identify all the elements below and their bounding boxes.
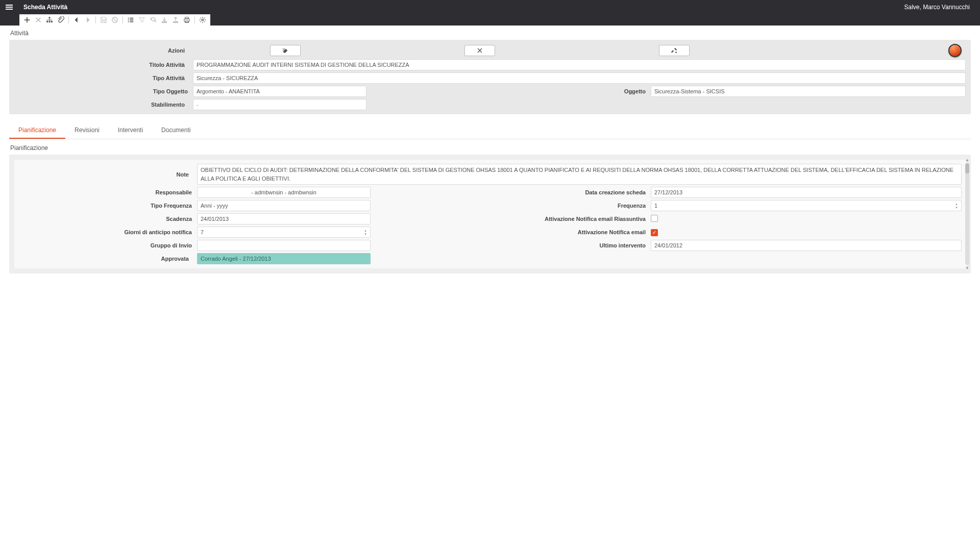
separator bbox=[122, 16, 123, 23]
print-icon[interactable] bbox=[181, 14, 192, 26]
scadenza-field[interactable]: 24/01/2013 bbox=[197, 213, 371, 224]
gruppo-invio-field[interactable] bbox=[197, 240, 371, 251]
scroll-down-icon[interactable]: ▼ bbox=[965, 266, 969, 270]
label-notif-riassuntiva: Attivazione Notifica email Riassuntiva bbox=[493, 216, 646, 222]
notifica-email-checkbox[interactable] bbox=[651, 229, 658, 236]
responsabile-field[interactable]: - admbwnsin - admbwnsin bbox=[197, 187, 371, 198]
tab-pianificazione[interactable]: Pianificazione bbox=[9, 121, 65, 139]
label-tipo-oggetto: Tipo Oggetto bbox=[14, 88, 188, 94]
label-ultimo-intervento: Ultimo intervento bbox=[493, 242, 646, 248]
cancel-icon[interactable] bbox=[109, 14, 120, 26]
toolbar bbox=[19, 14, 210, 26]
titlebar: Scheda Attività Salve, Marco Vannucchi bbox=[0, 0, 980, 14]
settings-icon[interactable] bbox=[197, 14, 208, 26]
label-frequenza: Frequenza bbox=[493, 203, 646, 209]
approvata-field: Corrado Angeli - 27/12/2013 bbox=[197, 253, 371, 264]
status-indicator bbox=[948, 44, 962, 57]
label-stabilimento: Stabilimento bbox=[14, 102, 188, 108]
window-title: Scheda Attività bbox=[23, 4, 67, 11]
oggetto-field[interactable]: Sicurezza-Sistema - SICSIS bbox=[651, 86, 966, 97]
panel-pianificazione: ▲ ▼ Note OBIETTIVO DEL CICLO DI AUDIT: D… bbox=[9, 155, 971, 273]
label-data-creazione: Data creazione scheda bbox=[493, 189, 646, 195]
data-creazione-field[interactable]: 27/12/2013 bbox=[651, 187, 962, 198]
svg-point-0 bbox=[48, 17, 51, 19]
section-title-pianificazione: Pianificazione bbox=[9, 139, 971, 155]
svg-point-5 bbox=[202, 19, 204, 21]
back-icon[interactable] bbox=[71, 14, 82, 26]
filter-icon[interactable] bbox=[136, 14, 148, 26]
separator bbox=[68, 16, 69, 23]
notifica-riassuntiva-checkbox[interactable] bbox=[651, 215, 658, 222]
label-notif-email: Attivazione Notifica email bbox=[493, 229, 646, 235]
tipo-frequenza-field[interactable]: Anni - yyyy bbox=[197, 200, 371, 211]
label-tipo-attivita: Tipo Attività bbox=[14, 75, 188, 81]
ultimo-intervento-field[interactable]: 24/01/2012 bbox=[651, 240, 962, 251]
label-note: Note bbox=[18, 171, 192, 178]
import-icon[interactable] bbox=[159, 14, 170, 26]
scrollbar[interactable]: ▲ ▼ bbox=[965, 158, 970, 270]
label-titolo: Titolo Attività bbox=[14, 62, 188, 68]
stabilimento-field[interactable]: - bbox=[193, 99, 366, 110]
tab-revisioni[interactable]: Revisioni bbox=[65, 121, 109, 139]
label-responsabile: Responsabile bbox=[18, 189, 192, 195]
export-icon[interactable] bbox=[170, 14, 181, 26]
list-icon[interactable] bbox=[125, 14, 136, 26]
menu-button[interactable] bbox=[0, 0, 18, 14]
svg-point-1 bbox=[46, 21, 48, 23]
spinner-icon[interactable]: ▲▼ bbox=[955, 203, 958, 209]
action-edit-button[interactable] bbox=[270, 45, 301, 56]
attach-icon[interactable] bbox=[55, 14, 66, 26]
plus-icon[interactable] bbox=[21, 14, 33, 26]
content-area: Attività Azioni Titolo Attività PROGRAMM… bbox=[0, 26, 980, 551]
toolbar-wrap bbox=[0, 14, 980, 26]
save-icon[interactable] bbox=[98, 14, 109, 26]
refresh-icon[interactable] bbox=[148, 14, 159, 26]
label-approvata: Approvata bbox=[18, 256, 192, 262]
tab-documenti[interactable]: Documenti bbox=[152, 121, 200, 139]
titolo-field[interactable]: PROGRAMMAZIONE AUDIT INTERNI SISTEMA DI … bbox=[193, 59, 966, 70]
close-icon[interactable] bbox=[33, 14, 44, 26]
separator bbox=[95, 16, 96, 23]
label-azioni: Azioni bbox=[14, 47, 188, 54]
label-tipo-frequenza: Tipo Frequenza bbox=[18, 203, 192, 209]
note-field[interactable]: OBIETTIVO DEL CICLO DI AUDIT: DETERMINAZ… bbox=[197, 164, 962, 185]
label-giorni-anticipo: Giorni di anticipo notifica bbox=[18, 229, 192, 235]
giorni-anticipo-field[interactable]: 7 ▲▼ bbox=[197, 227, 371, 238]
frequenza-field[interactable]: 1 ▲▼ bbox=[651, 200, 962, 211]
tipo-oggetto-field[interactable]: Argomento - ANAENTITA bbox=[193, 86, 366, 97]
user-greeting: Salve, Marco Vannucchi bbox=[904, 4, 970, 11]
scroll-up-icon[interactable]: ▲ bbox=[965, 158, 969, 162]
tipo-attivita-field[interactable]: Sicurezza - SICUREZZA bbox=[193, 72, 966, 84]
tab-interventi[interactable]: Interventi bbox=[109, 121, 152, 139]
action-tools-button[interactable] bbox=[659, 45, 690, 56]
tabs: Pianificazione Revisioni Interventi Docu… bbox=[9, 121, 971, 139]
giorni-anticipo-value: 7 bbox=[201, 229, 204, 235]
svg-point-3 bbox=[51, 21, 53, 23]
frequenza-value: 1 bbox=[654, 203, 657, 209]
tree-icon[interactable] bbox=[44, 14, 55, 26]
label-gruppo-invio: Gruppo di Invio bbox=[18, 242, 192, 248]
forward-icon[interactable] bbox=[82, 14, 93, 26]
separator bbox=[194, 16, 195, 23]
label-scadenza: Scadenza bbox=[18, 216, 192, 222]
action-close-button[interactable] bbox=[464, 45, 495, 56]
panel-attivita: Azioni Titolo Attività PROGRAMMAZIONE AU… bbox=[9, 40, 971, 114]
section-title-attivita: Attività bbox=[9, 26, 971, 40]
spinner-icon[interactable]: ▲▼ bbox=[364, 229, 367, 236]
svg-point-2 bbox=[48, 21, 51, 23]
label-oggetto: Oggetto bbox=[493, 88, 646, 94]
